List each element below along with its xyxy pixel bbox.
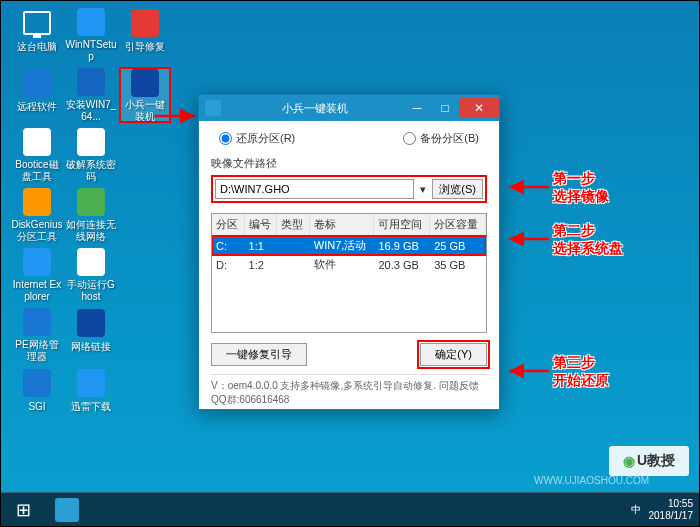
dialog-footer: V：oem4.0.0.0 支持多种镜像,多系统引导自动修复. 问题反馈QQ群:6… [211, 374, 487, 407]
clock[interactable]: 10:55 2018/1/17 [649, 498, 694, 522]
brand-logo: ◉ U教授 [609, 446, 689, 476]
table-row[interactable]: D:1:2软件20.3 GB35 GB [212, 255, 486, 274]
desktop-icon-ghost[interactable]: 手动运行Ghost [65, 247, 117, 303]
column-header[interactable]: 分区 [212, 214, 244, 236]
icon-label: WinNTSetup [65, 39, 117, 63]
icon-label: SGI [28, 401, 45, 413]
crack-pwd-icon [75, 127, 107, 157]
repair-boot-button[interactable]: 一键修复引导 [211, 343, 307, 366]
maximize-button[interactable]: □ [431, 98, 459, 118]
desktop-icon-xunlei[interactable]: 迅雷下载 [65, 367, 117, 423]
wifi-connect-icon [75, 187, 107, 217]
close-button[interactable]: ✕ [459, 98, 499, 118]
annotation-step3: 第三步 开始还原 [553, 353, 609, 389]
column-header[interactable]: 编号 [244, 214, 277, 236]
desktop-icon-this-pc[interactable]: 这台电脑 [11, 7, 63, 63]
icon-label: 迅雷下载 [71, 401, 111, 413]
column-header[interactable]: 卷标 [309, 214, 374, 236]
window-title: 小兵一键装机 [227, 101, 403, 116]
icon-label: 小兵一键装机 [121, 99, 169, 123]
icon-label: 安装WIN7_64... [65, 99, 117, 123]
browse-button[interactable]: 浏览(S) [432, 179, 483, 199]
icon-label: 远程软件 [17, 101, 57, 113]
backup-radio[interactable]: 备份分区(B) [403, 131, 479, 146]
net-link-icon [75, 307, 107, 339]
icon-label: 如何连接无线网络 [65, 219, 117, 243]
icon-label: DiskGenius分区工具 [11, 219, 63, 243]
desktop-icon-remote-soft[interactable]: 远程软件 [11, 67, 63, 123]
ghost-icon [75, 247, 107, 277]
xiaobing-icon [129, 69, 161, 97]
sgi-icon [21, 367, 53, 399]
table-row[interactable]: C:1:1WIN7,活动16.9 GB25 GB [212, 236, 486, 256]
desktop-icon-crack-pwd[interactable]: 破解系统密码 [65, 127, 117, 183]
desktop-icon-boot-repair[interactable]: 引导修复 [119, 7, 171, 63]
minimize-button[interactable]: ─ [403, 98, 431, 118]
this-pc-icon [21, 7, 53, 39]
desktop-icon-ie[interactable]: Internet Explorer [11, 247, 63, 303]
desktop-icon-wifi-connect[interactable]: 如何连接无线网络 [65, 187, 117, 243]
desktop-icon-net-link[interactable]: 网络链接 [65, 307, 117, 363]
column-header[interactable]: 可用空间 [374, 214, 430, 236]
watermark: WWW.UJIAOSHOU.COM [534, 475, 649, 486]
dropdown-icon[interactable]: ▾ [418, 179, 428, 199]
icon-label: 手动运行Ghost [65, 279, 117, 303]
desktop-icon-winntsetup[interactable]: WinNTSetup [65, 7, 117, 63]
path-label: 映像文件路径 [211, 156, 487, 171]
image-path-input[interactable] [215, 179, 414, 199]
system-tray[interactable]: 中 10:55 2018/1/17 [631, 498, 700, 522]
ok-button[interactable]: 确定(Y) [420, 343, 487, 366]
desktop-icon-xiaobing[interactable]: 小兵一键装机 [119, 67, 171, 123]
xunlei-icon [75, 367, 107, 399]
icon-label: 引导修复 [125, 41, 165, 53]
desktop-icon-diskgenius[interactable]: DiskGenius分区工具 [11, 187, 63, 243]
taskbar: ⊞ 中 10:55 2018/1/17 [1, 492, 699, 526]
desktop-icon-install[interactable]: 安装WIN7_64... [65, 67, 117, 123]
desktop-icon-sgi[interactable]: SGI [11, 367, 63, 423]
ime-indicator[interactable]: 中 [631, 503, 641, 517]
restore-radio[interactable]: 还原分区(R) [219, 131, 295, 146]
column-header[interactable]: 类型 [277, 214, 310, 236]
titlebar[interactable]: 小兵一键装机 ─ □ ✕ [199, 95, 499, 121]
path-row: ▾ 浏览(S) [211, 175, 487, 203]
install-icon [75, 67, 107, 97]
install-dialog: 小兵一键装机 ─ □ ✕ 还原分区(R) 备份分区(B) 映像文件路径 ▾ 浏览… [198, 94, 500, 410]
task-item-app[interactable] [45, 493, 89, 527]
pe-net-icon [21, 307, 53, 337]
annotation-step2: 第二步 选择系统盘 [553, 221, 623, 257]
icon-label: 这台电脑 [17, 41, 57, 53]
winntsetup-icon [75, 7, 107, 37]
annotation-step1: 第一步 选择镜像 [553, 169, 609, 205]
icon-label: 网络链接 [71, 341, 111, 353]
app-icon [205, 100, 221, 116]
icon-label: Internet Explorer [11, 279, 63, 303]
icon-label: 破解系统密码 [65, 159, 117, 183]
icon-label: PE网络管理器 [11, 339, 63, 363]
boot-repair-icon [129, 7, 161, 39]
remote-soft-icon [21, 67, 53, 99]
desktop-icon-bootice[interactable]: Bootice磁盘工具 [11, 127, 63, 183]
desktop-icon-pe-net[interactable]: PE网络管理器 [11, 307, 63, 363]
diskgenius-icon [21, 187, 53, 217]
ie-icon [21, 247, 53, 277]
bootice-icon [21, 127, 53, 157]
start-button[interactable]: ⊞ [1, 493, 45, 527]
partition-table[interactable]: 分区编号类型卷标可用空间分区容量 C:1:1WIN7,活动16.9 GB25 G… [211, 213, 487, 333]
column-header[interactable]: 分区容量 [430, 214, 486, 236]
icon-label: Bootice磁盘工具 [11, 159, 63, 183]
